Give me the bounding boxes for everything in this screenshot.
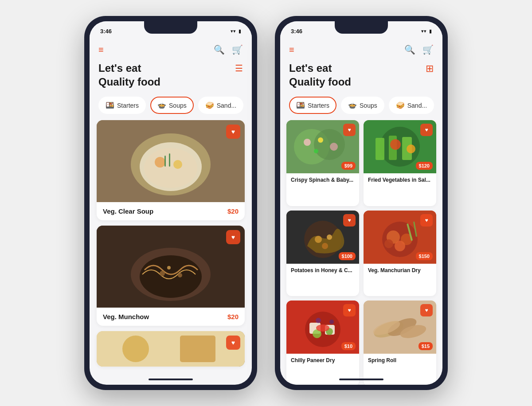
menu-icon-2[interactable]: ≡ [289, 45, 294, 55]
grid-card-crispy-spinach: ♥ $99 Crispy Spinach & Baby... [286, 120, 359, 206]
svg-point-51 [316, 318, 321, 323]
food-img-veg-munchow: ♥ [97, 226, 245, 308]
app-header-2: ≡ 🔍 🛒 [280, 41, 442, 59]
svg-point-52 [329, 320, 334, 324]
battery-icon-1: ▮ [239, 28, 241, 34]
price-badge-crispy-spinach: $99 [341, 162, 356, 170]
search-icon-2[interactable]: 🔍 [404, 44, 415, 55]
svg-point-20 [304, 139, 311, 146]
grid-card-spring-roll: ♥ $15 Spring Roll [364, 301, 436, 385]
battery-icon-2: ▮ [429, 28, 432, 34]
heart-btn-veg-manchurian[interactable]: ♥ [420, 214, 433, 226]
svg-point-21 [318, 137, 323, 143]
cat-soups-label-2: Soups [360, 102, 377, 109]
search-icon-1[interactable]: 🔍 [214, 44, 225, 55]
cat-sandwiches-label-1: Sand... [217, 102, 236, 109]
grid-card-chilly-paneer: ♥ $10 Chilly Paneer Dry [286, 301, 359, 385]
svg-rect-7 [169, 153, 170, 167]
price-badge-fried-veg: $120 [416, 162, 433, 170]
food-card-veg-clear-soup: ♥ Veg. Clear Soup $20 [97, 120, 245, 220]
heart-btn-veg-munchow[interactable]: ♥ [226, 230, 240, 244]
svg-point-41 [384, 239, 393, 248]
heart-btn-veg-clear-soup[interactable]: ♥ [226, 125, 240, 139]
grid-card-info-potatoes-honey: Potatoes in Honey & C... [286, 264, 359, 277]
status-bar-2: 3:46 ▾▾ ▮ [280, 21, 442, 41]
svg-point-34 [327, 234, 332, 240]
grid-card-info-crispy-spinach: Crispy Spinach & Baby... [286, 173, 359, 187]
price-badge-veg-manchurian: $150 [416, 252, 433, 260]
svg-rect-6 [164, 156, 166, 167]
grid-card-veg-manchurian: ♥ $150 Veg. Manchurian Dry [364, 211, 436, 296]
cat-starters-emoji-2: 🍱 [296, 101, 305, 109]
cat-starters-1[interactable]: 🍱 Starters [98, 97, 146, 114]
food-list-1: ♥ Veg. Clear Soup $20 [90, 120, 252, 385]
cat-soups-2[interactable]: 🍲 Soups [341, 97, 384, 114]
food-card-info-veg-clear-soup: Veg. Clear Soup $20 [97, 202, 245, 220]
title-line2-2: Quality food [289, 75, 351, 89]
heart-btn-partial[interactable]: ♥ [226, 336, 240, 350]
bottom-bar-2 [339, 379, 383, 380]
food-price-veg-clear-soup: $20 [227, 207, 239, 215]
status-icons-1: ▾▾ ▮ [231, 28, 241, 34]
food-name-veg-munchow: Veg. Munchow [103, 313, 149, 320]
hero-title-2: Let's eat Quality food [289, 61, 351, 89]
food-grid-2: ♥ $99 Crispy Spinach & Baby... [280, 120, 442, 385]
grid-food-name-potatoes-honey: Potatoes in Honey & C... [291, 267, 355, 273]
title-line1-2: Let's eat [289, 61, 351, 75]
grid-img-crispy-spinach: ♥ $99 [286, 120, 359, 173]
food-img-partial: ♥ [97, 331, 245, 367]
status-icons-2: ▾▾ ▮ [421, 28, 432, 34]
grid-card-info-fried-veg: Fried Vegetables in Sal... [364, 173, 436, 187]
price-badge-spring-roll: $15 [419, 342, 433, 350]
cat-sandwiches-emoji-2: 🥪 [396, 101, 405, 109]
grid-food-name-veg-manchurian: Veg. Manchurian Dry [368, 267, 432, 273]
svg-point-19 [314, 129, 345, 160]
cat-sandwiches-1[interactable]: 🥪 Sand... [198, 97, 243, 114]
grid-food-name-chilly-paneer: Chilly Paneer Dry [291, 357, 355, 363]
title-line1-1: Let's eat [98, 61, 160, 75]
wifi-icon-1: ▾▾ [231, 28, 236, 34]
bottom-bar-1 [149, 379, 193, 380]
phone-grid: 3:46 ▾▾ ▮ ≡ 🔍 🛒 Let's eat Quality food ⊞ [275, 16, 448, 390]
grid-card-info-spring-roll: Spring Roll [364, 354, 436, 367]
hero-title-1: Let's eat Quality food [98, 61, 160, 89]
wifi-icon-2: ▾▾ [421, 28, 426, 34]
hero-2: Let's eat Quality food ⊞ [280, 59, 442, 95]
heart-btn-crispy-spinach[interactable]: ♥ [343, 124, 356, 136]
grid-food-name-spring-roll: Spring Roll [368, 357, 432, 363]
cat-sandwiches-2[interactable]: 🥪 Sand... [389, 97, 434, 114]
app-header-1: ≡ 🔍 🛒 [90, 41, 252, 59]
time-1: 3:46 [100, 28, 112, 35]
svg-point-12 [178, 273, 182, 277]
heart-btn-chilly-paneer[interactable]: ♥ [343, 304, 356, 316]
food-card-partial: ♥ [97, 331, 245, 367]
cart-icon-1[interactable]: 🛒 [232, 44, 243, 55]
heart-btn-fried-veg[interactable]: ♥ [420, 124, 433, 136]
grid-card-fried-veg: ♥ $120 Fried Vegetables in Sal... [364, 120, 436, 206]
heart-btn-potatoes-honey[interactable]: ♥ [343, 214, 356, 226]
hero-1: Let's eat Quality food ☰ [90, 59, 252, 95]
svg-point-23 [314, 149, 318, 153]
grid-img-chilly-paneer: ♥ $10 [286, 301, 359, 354]
grid-img-veg-manchurian: ♥ $150 [364, 211, 436, 264]
cat-soups-label-1: Soups [169, 102, 187, 109]
categories-1: 🍱 Starters 🍲 Soups 🥪 Sand... [90, 95, 252, 120]
cat-starters-2[interactable]: 🍱 Starters [289, 97, 336, 114]
menu-icon-1[interactable]: ≡ [98, 45, 104, 55]
svg-rect-16 [180, 336, 215, 362]
svg-point-40 [395, 241, 405, 251]
heart-btn-spring-roll[interactable]: ♥ [420, 304, 433, 316]
svg-rect-14 [97, 331, 245, 367]
cat-starters-emoji-1: 🍱 [106, 101, 114, 109]
notch-1 [144, 21, 197, 34]
view-toggle-2[interactable]: ⊞ [426, 61, 434, 74]
cart-icon-2[interactable]: 🛒 [422, 44, 434, 55]
cat-soups-emoji-2: 🍲 [348, 101, 357, 109]
view-toggle-1[interactable]: ☰ [235, 61, 243, 74]
svg-point-50 [316, 324, 329, 332]
phone-screen-grid: 3:46 ▾▾ ▮ ≡ 🔍 🛒 Let's eat Quality food ⊞ [280, 21, 442, 385]
food-name-veg-clear-soup: Veg. Clear Soup [103, 207, 153, 215]
grid-card-potatoes-honey: ♥ $100 Potatoes in Honey & C... [286, 211, 359, 296]
cat-soups-1[interactable]: 🍲 Soups [150, 97, 194, 114]
grid-img-potatoes-honey: ♥ $100 [286, 211, 359, 264]
